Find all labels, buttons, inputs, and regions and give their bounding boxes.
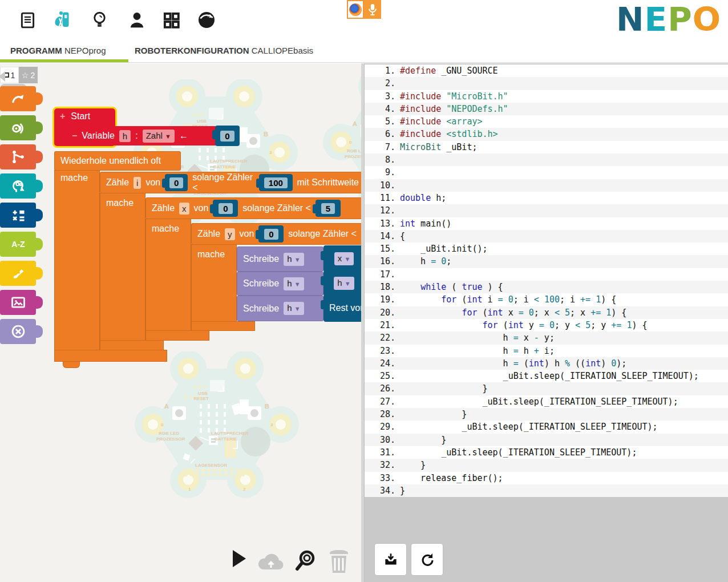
count-loop-i-spine[interactable] [100, 193, 145, 341]
collapse-icon[interactable]: − [72, 131, 77, 141]
firefox-icon[interactable] [347, 0, 364, 19]
forever-loop-block[interactable]: Wiederhole unendlich oft [54, 151, 181, 171]
zoom-icon[interactable] [293, 548, 318, 575]
count-loop-x-block[interactable]: Zählex von 0 solange Zähler < 5 [145, 197, 363, 219]
loop-var-field[interactable]: x [179, 203, 189, 215]
download-icon [382, 551, 399, 568]
pen-icon [10, 265, 26, 281]
refresh-code-button[interactable] [411, 544, 443, 575]
code-line: 33. release_fiber(); [365, 472, 728, 484]
cloud-upload-icon[interactable] [257, 551, 285, 574]
code-line: 5.#include <array> [365, 115, 728, 128]
code-line: 27. _uBit.sleep(_ITERATION_SLEEP_TIMEOUT… [365, 395, 728, 408]
tab-robot-configuration[interactable]: ROBOTERKONFIGURATION CALLIOPEbasis [135, 46, 313, 55]
value-block[interactable]: h ▼ [323, 270, 363, 296]
number-block[interactable]: 0 [258, 225, 284, 242]
forever-loop-spine[interactable] [54, 170, 100, 351]
code-line: 28. } [365, 408, 728, 421]
image-icon [10, 294, 26, 310]
user-icon[interactable] [127, 9, 147, 31]
category-sensors[interactable] [0, 115, 36, 140]
code-line: 24. h = (int) h % ((int) 0); [365, 357, 728, 370]
code-line: 15. _uBit.init(); [365, 242, 728, 255]
nepo-mascot-icon[interactable] [52, 9, 73, 31]
code-line: 34.} [365, 484, 728, 497]
write-variable-block[interactable]: Schreibeh ▼ [237, 246, 323, 272]
code-line: 18. while ( true ) { [365, 281, 728, 293]
value-block[interactable]: x ▼ [323, 245, 363, 272]
number-block[interactable]: 5 [316, 200, 341, 217]
chevron-down-icon: ▼ [345, 280, 351, 287]
svg-text:A-Z: A-Z [11, 240, 25, 249]
variable-dropdown[interactable]: h ▼ [334, 277, 354, 290]
number-block[interactable]: 0 [213, 200, 238, 217]
variable-dropdown[interactable]: h ▼ [284, 277, 304, 290]
logic-head-icon [10, 178, 26, 194]
code-line: 13.int main() [365, 217, 728, 230]
code-line: 6.#include <stdlib.h> [365, 128, 728, 140]
code-line: 22. h = x - y; [365, 332, 728, 344]
grid-icon[interactable] [161, 9, 181, 31]
count-loop-x-bottom[interactable] [145, 330, 209, 341]
count-loop-y-bottom[interactable] [191, 321, 255, 331]
chevron-down-icon: ▼ [294, 256, 301, 263]
variable-name-field[interactable]: h [119, 130, 131, 142]
loop-var-field[interactable]: i [134, 177, 141, 189]
favorites-view-button[interactable]: ☆2 [19, 67, 38, 83]
count-loop-y-block[interactable]: Zähley von 0 solange Zähler < [191, 223, 363, 245]
number-block[interactable]: 0 [165, 174, 188, 191]
category-colors[interactable] [0, 261, 36, 286]
generated-code-panel: 1.#define _GNU_SOURCE2.3.#include "Micro… [364, 63, 728, 582]
loop-var-field[interactable]: y [225, 228, 235, 240]
tab-program[interactable]: PROGRAMM NEPOprog [10, 46, 106, 55]
count-loop-i-block[interactable]: Zählei von 0 solange Zähler < 100 mit Sc… [100, 172, 363, 193]
logo-letter-p: P [668, 1, 693, 39]
category-control[interactable] [0, 144, 36, 169]
category-logic[interactable] [0, 173, 36, 199]
code-line: 25. _uBit.sleep(_ITERATION_SLEEP_TIMEOUT… [365, 370, 728, 382]
number-block[interactable]: 100 [259, 174, 292, 191]
code-line: 2. [365, 77, 728, 90]
variable-dropdown[interactable]: h ▼ [284, 302, 304, 315]
code-line: 32. } [365, 459, 728, 471]
variable-type-dropdown[interactable]: Zahl ▼ [143, 130, 175, 143]
category-math[interactable] [0, 203, 36, 228]
code-line: 12. [365, 204, 728, 217]
number-block[interactable]: 0 [215, 126, 240, 146]
write-variable-block[interactable]: Schreibeh ▼ [237, 296, 323, 321]
globe-icon[interactable] [196, 9, 217, 31]
category-text[interactable]: A-Z [0, 232, 36, 257]
code-line: 30. } [365, 434, 728, 446]
variables-icon [10, 324, 26, 340]
category-images[interactable] [0, 290, 36, 315]
variable-declaration-block[interactable]: − Variable h : Zahl ▼ ← [66, 126, 217, 146]
document-icon[interactable] [17, 9, 38, 31]
count-loop-i-bottom[interactable] [100, 340, 164, 350]
blockly-workspace[interactable]: 1 ☆2 A-Z +Start − Variable h : Zahl ▼ ← … [0, 63, 363, 582]
category-variables[interactable] [0, 319, 36, 344]
variable-label: Variable [82, 131, 115, 141]
count-loop-x-spine[interactable] [145, 219, 191, 331]
expand-icon[interactable]: + [60, 111, 65, 122]
math-icon [10, 207, 26, 223]
write-variable-block[interactable]: Schreibeh ▼ [237, 272, 323, 296]
modulo-block[interactable]: Rest von [323, 294, 363, 322]
code-line: 3.#include "MicroBit.h" [365, 90, 728, 103]
category-action[interactable] [0, 86, 36, 111]
logo-letter-o: O [693, 1, 721, 39]
forever-loop-notch[interactable] [63, 361, 80, 368]
sensor-icon [10, 120, 26, 136]
code-line: 26. } [365, 382, 728, 395]
nepo-logo: N E P O [616, 1, 721, 38]
microphone-icon[interactable] [364, 0, 381, 19]
variable-dropdown[interactable]: x ▼ [334, 252, 354, 265]
code-line: 16. h = 0; [365, 255, 728, 268]
refresh-icon [419, 552, 435, 568]
forever-loop-bottom[interactable] [54, 350, 167, 362]
download-code-button[interactable] [375, 544, 406, 575]
code-line: 11.double h; [365, 192, 728, 204]
play-icon[interactable] [233, 550, 246, 567]
lightbulb-icon[interactable] [89, 9, 110, 31]
trash-icon[interactable] [325, 546, 353, 577]
variable-dropdown[interactable]: h ▼ [284, 253, 304, 266]
